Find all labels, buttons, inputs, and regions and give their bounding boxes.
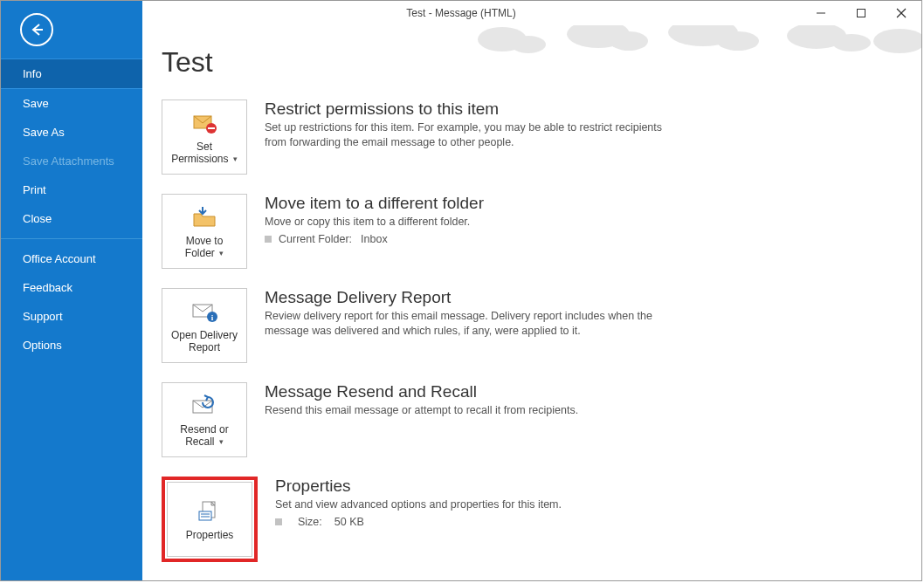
section-body: Restrict permissions to this itemSet up … <box>265 99 675 175</box>
sidebar-item-print[interactable]: Print <box>1 175 142 204</box>
back-icon <box>20 13 53 46</box>
folder-move-icon <box>190 203 218 231</box>
section: SetPermissions Restrict permissions to t… <box>162 99 897 175</box>
sidebar-item-office-account[interactable]: Office Account <box>1 244 142 273</box>
open-delivery-report-button[interactable]: iOpen DeliveryReport <box>162 288 247 363</box>
sidebar-item-support[interactable]: Support <box>1 302 142 331</box>
kv-value: 50 KB <box>334 516 364 528</box>
tile-label: Move toFolder <box>185 235 224 260</box>
key-value: Size:50 KB <box>275 516 686 528</box>
minimize-button[interactable] <box>801 1 841 25</box>
main: InfoSaveSave AsSave AttachmentsPrintClos… <box>1 25 921 580</box>
chevron-down-icon <box>233 154 238 164</box>
envelope-recall-icon <box>190 392 218 420</box>
tile-label: SetPermissions <box>171 141 238 166</box>
close-button[interactable] <box>881 1 921 25</box>
properties-button[interactable]: Properties <box>167 482 252 557</box>
section-title: Move item to a different folder <box>265 194 675 213</box>
sidebar: InfoSaveSave AsSave AttachmentsPrintClos… <box>1 1 142 580</box>
bullet-icon <box>265 236 272 243</box>
sidebar-item-label: Save Attachments <box>23 154 114 168</box>
window-title: Test - Message (HTML) <box>406 7 515 19</box>
svg-point-9 <box>668 25 738 46</box>
tile-label: Properties <box>186 529 234 541</box>
envelope-info-icon: i <box>190 298 218 326</box>
section-desc: Resend this email message or attempt to … <box>265 403 675 418</box>
svg-rect-22 <box>199 511 211 520</box>
sidebar-item-label: Save <box>23 97 49 110</box>
sidebar-item-label: Options <box>23 339 62 352</box>
section: Resend orRecall Message Resend and Recal… <box>162 382 897 457</box>
svg-rect-1 <box>858 10 865 17</box>
sidebar-item-options[interactable]: Options <box>1 331 142 360</box>
section-body: Message Resend and RecallResend this ema… <box>265 382 675 457</box>
page-title: Test <box>162 46 897 79</box>
window-buttons <box>801 1 921 25</box>
window: Test - Message (HTML) ? InfoSaveSave AsS… <box>0 0 922 581</box>
sidebar-item-label: Office Account <box>23 252 96 265</box>
section-body: Message Delivery ReportReview delivery r… <box>265 288 675 363</box>
section-desc: Move or copy this item to a different fo… <box>265 215 675 230</box>
sidebar-item-feedback[interactable]: Feedback <box>1 273 142 302</box>
sidebar-item-close[interactable]: Close <box>1 204 142 233</box>
bullet-icon <box>275 518 282 525</box>
sidebar-item-label: Info <box>23 67 42 80</box>
svg-rect-16 <box>208 127 215 129</box>
section-title: Message Resend and Recall <box>265 382 675 401</box>
section-body: PropertiesSet and view advanced options … <box>275 477 686 562</box>
svg-point-11 <box>787 25 846 49</box>
back-button[interactable] <box>1 1 142 58</box>
section-desc: Set up restrictions for this item. For e… <box>265 120 675 150</box>
section-desc: Review delivery report for this email me… <box>265 309 675 339</box>
nav: InfoSaveSave AsSave AttachmentsPrintClos… <box>1 58 142 360</box>
sidebar-item-save[interactable]: Save <box>1 89 142 118</box>
chevron-down-icon <box>219 249 224 258</box>
svg-point-7 <box>567 25 630 48</box>
set-permissions-button[interactable]: SetPermissions <box>162 99 247 175</box>
section-title: Message Delivery Report <box>265 288 675 307</box>
kv-value: Inbox <box>361 233 388 245</box>
sidebar-item-label: Save As <box>23 126 65 139</box>
section: PropertiesPropertiesSet and view advance… <box>162 477 897 562</box>
sidebar-item-label: Feedback <box>23 281 72 294</box>
envelope-block-icon <box>190 109 218 137</box>
chevron-down-icon <box>219 437 224 447</box>
sidebar-item-save-as[interactable]: Save As <box>1 118 142 147</box>
sidebar-item-label: Print <box>23 183 46 196</box>
resend-or-recall-button[interactable]: Resend orRecall <box>162 382 247 457</box>
sidebar-item-save-attachments: Save Attachments <box>1 147 142 175</box>
properties-icon <box>196 497 224 525</box>
section: iOpen DeliveryReportMessage Delivery Rep… <box>162 288 897 363</box>
kv-key: Current Folder: <box>279 233 352 245</box>
move-to-folder-button[interactable]: Move toFolder <box>162 194 247 269</box>
section-desc: Set and view advanced options and proper… <box>275 497 686 512</box>
kv-key: Size: <box>298 516 322 528</box>
nav-separator <box>1 238 142 239</box>
tile-label: Open DeliveryReport <box>171 329 238 354</box>
section-body: Move item to a different folderMove or c… <box>265 194 675 269</box>
section: Move toFolder Move item to a different f… <box>162 194 897 269</box>
content: Test SetPermissions Restrict permissions… <box>142 25 921 580</box>
maximize-button[interactable] <box>841 1 881 25</box>
tile-label: Resend orRecall <box>180 423 228 449</box>
section-title: Properties <box>275 477 686 496</box>
key-value: Current Folder:Inbox <box>265 233 675 245</box>
sidebar-item-label: Support <box>23 310 63 323</box>
sidebar-item-info[interactable]: Info <box>1 58 142 89</box>
highlight-box: Properties <box>162 477 258 562</box>
sidebar-item-label: Close <box>23 212 52 225</box>
section-title: Restrict permissions to this item <box>265 99 675 119</box>
